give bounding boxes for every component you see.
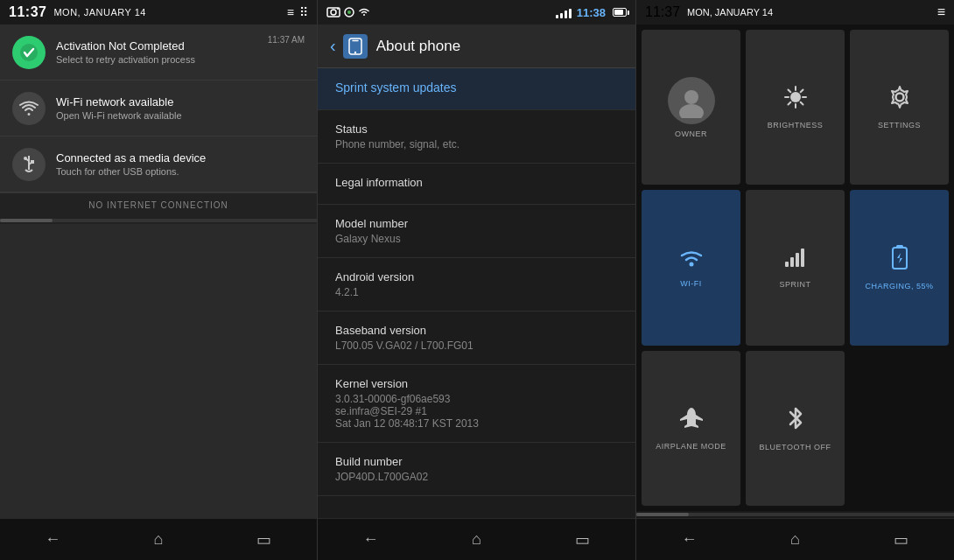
wifi-qs-label: WI-FI <box>680 279 702 288</box>
wifi-tile[interactable]: WI-FI <box>642 190 740 345</box>
about-item-kernel: Kernel version 3.0.31-00006-gf06ae593 se… <box>318 365 635 443</box>
right-recents-button[interactable]: ▭ <box>880 522 923 557</box>
right-home-button[interactable]: ⌂ <box>774 522 817 557</box>
usb-icon <box>21 154 37 175</box>
back-button[interactable]: ← <box>31 522 74 557</box>
activation-time: 11:37 AM <box>268 35 305 45</box>
phone-icon <box>347 38 363 55</box>
brightness-label: BRIGHTNESS <box>768 121 824 130</box>
about-phone-icon <box>343 34 368 59</box>
no-internet-bar: NO INTERNET CONNECTION <box>0 192 317 217</box>
svg-rect-31 <box>801 248 804 267</box>
svg-rect-5 <box>31 160 34 164</box>
grid-icon: ⠿ <box>299 5 308 19</box>
brightness-tile[interactable]: BRIGHTNESS <box>746 30 845 185</box>
qs-menu-icon: ≡ <box>937 4 945 19</box>
svg-point-10 <box>347 10 351 14</box>
notification-activation[interactable]: Activation Not Completed Select to retry… <box>0 24 317 80</box>
wifi-icon <box>19 101 39 116</box>
kernel-subtitle: 3.0.31-00006-gf06ae593 se.infra@SEI-29 #… <box>335 393 618 430</box>
notification-list: Activation Not Completed Select to retry… <box>0 24 317 518</box>
brightness-svg-icon <box>783 85 808 109</box>
brightness-icon <box>783 85 808 116</box>
quick-settings-grid: OWNER BRIGHTNESS <box>636 24 954 511</box>
owner-label: OWNER <box>675 130 707 138</box>
activation-content: Activation Not Completed Select to retry… <box>56 39 268 65</box>
wifi-qs-svg-icon <box>678 247 705 268</box>
wifi-notif-subtitle: Open Wi-Fi network available <box>56 110 305 121</box>
owner-avatar <box>668 77 715 124</box>
bluetooth-svg-icon <box>786 405 805 431</box>
svg-point-7 <box>331 10 336 15</box>
airplane-icon <box>678 406 705 437</box>
about-content[interactable]: Sprint system updates Status Phone numbe… <box>318 68 635 518</box>
activation-subtitle: Select to retry activation process <box>56 54 268 65</box>
recents-button[interactable]: ▭ <box>242 522 286 557</box>
about-item-sprint-updates[interactable]: Sprint system updates <box>318 68 635 110</box>
middle-back-button[interactable]: ← <box>349 522 393 557</box>
svg-rect-32 <box>893 248 907 269</box>
baseband-title: Baseband version <box>335 324 618 337</box>
bluetooth-tile[interactable]: BLUETOOTH OFF <box>746 351 845 506</box>
svg-line-23 <box>800 102 803 105</box>
signal-svg-icon <box>784 246 807 269</box>
sprint-icon <box>784 246 807 275</box>
notification-panel: 11:37 MON, JANUARY 14 ≡ ⠿ Activation Not… <box>0 0 318 560</box>
settings-icon <box>887 85 912 116</box>
right-date: MON, JANUARY 14 <box>687 7 773 18</box>
middle-recents-button[interactable]: ▭ <box>561 522 605 557</box>
left-nav-bar: ← ⌂ ▭ <box>0 518 317 560</box>
about-item-status[interactable]: Status Phone number, signal, etc. <box>318 110 635 164</box>
middle-status-left <box>326 6 370 18</box>
status-title: Status <box>335 122 618 136</box>
wifi-status-icon <box>358 7 370 18</box>
build-subtitle: JOP40D.L700GA02 <box>335 471 618 483</box>
about-phone-panel: 11:38 ‹ About phone Sprint system update… <box>318 0 636 560</box>
sprint-updates-title: Sprint system updates <box>335 80 618 94</box>
notification-usb[interactable]: Connected as a media device Touch for ot… <box>0 136 317 192</box>
svg-rect-29 <box>790 257 794 267</box>
right-back-button[interactable]: ← <box>668 522 712 557</box>
middle-home-button[interactable]: ⌂ <box>455 522 499 557</box>
svg-point-26 <box>895 94 903 102</box>
settings-label: SETTINGS <box>878 121 921 130</box>
android-subtitle: 4.2.1 <box>335 286 618 298</box>
model-title: Model number <box>335 217 618 230</box>
right-nav-bar: ← ⌂ ▭ <box>636 518 954 560</box>
charging-tile[interactable]: CHARGING, 55% <box>850 190 949 345</box>
wifi-qs-icon <box>678 247 705 274</box>
battery-charging-svg-icon <box>890 244 909 270</box>
notification-wifi[interactable]: Wi-Fi network available Open Wi-Fi netwo… <box>0 80 317 136</box>
middle-time: 11:38 <box>577 6 606 19</box>
middle-nav-bar: ← ⌂ ▭ <box>318 518 635 560</box>
charging-label: CHARGING, 55% <box>865 282 933 290</box>
about-item-legal[interactable]: Legal information <box>318 164 635 205</box>
left-status-icons: ≡ ⠿ <box>287 5 308 19</box>
scroll-thumb <box>0 219 53 222</box>
wifi-notif-title: Wi-Fi network available <box>56 95 305 108</box>
svg-line-22 <box>788 90 790 93</box>
svg-line-24 <box>800 90 803 93</box>
settings-tile[interactable]: SETTINGS <box>850 30 949 185</box>
svg-rect-33 <box>896 245 903 248</box>
usb-notif-content: Connected as a media device Touch for ot… <box>56 151 305 177</box>
screenshot-icon <box>326 6 340 18</box>
charging-icon <box>890 244 909 276</box>
back-chevron-icon[interactable]: ‹ <box>330 36 336 56</box>
svg-point-4 <box>24 157 27 160</box>
home-button[interactable]: ⌂ <box>137 522 180 557</box>
owner-tile[interactable]: OWNER <box>642 30 740 185</box>
usb-notif-icon <box>12 148 46 181</box>
svg-point-17 <box>790 92 801 102</box>
quick-settings-panel: 11:37 MON, JANUARY 14 ≡ OWNER <box>636 0 954 560</box>
airplane-tile[interactable]: AIRPLANE MODE <box>642 351 740 506</box>
sprint-tile[interactable]: SPRINT <box>746 190 845 345</box>
usb-notif-title: Connected as a media device <box>56 151 305 164</box>
circle-dot-icon <box>344 7 354 18</box>
svg-rect-30 <box>796 253 799 267</box>
check-icon <box>19 43 39 62</box>
priority-icon: ≡ <box>287 5 294 19</box>
right-status-bar: 11:37 MON, JANUARY 14 ≡ <box>636 0 954 24</box>
left-date: MON, JANUARY 14 <box>53 7 146 18</box>
baseband-subtitle: L700.05 V.GA02 / L700.FG01 <box>335 340 618 352</box>
